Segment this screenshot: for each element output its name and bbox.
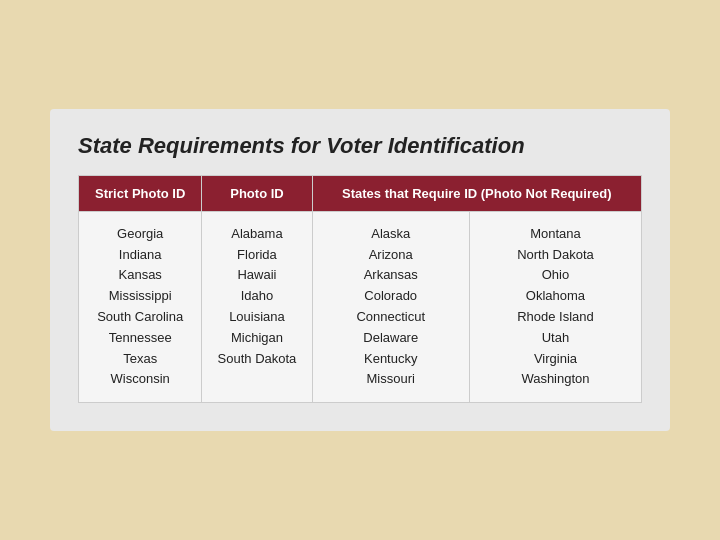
photo-id-list: Alabama Florida Hawaii Idaho Louisiana M… <box>210 224 303 370</box>
list-item: Michigan <box>231 328 283 349</box>
list-item: Rhode Island <box>517 307 594 328</box>
list-item: Texas <box>123 349 157 370</box>
list-item: Alabama <box>231 224 282 245</box>
list-item: Arkansas <box>364 265 418 286</box>
voter-id-table: Strict Photo ID Photo ID States that Req… <box>78 175 642 403</box>
card-title: State Requirements for Voter Identificat… <box>78 133 642 159</box>
list-item: Hawaii <box>237 265 276 286</box>
list-item: Virginia <box>534 349 577 370</box>
strict-photo-id-list: Georgia Indiana Kansas Mississippi South… <box>87 224 193 390</box>
list-item: Washington <box>521 369 589 390</box>
list-item: Arizona <box>369 245 413 266</box>
col-header-non-photo-id: States that Require ID (Photo Not Requir… <box>312 175 641 211</box>
list-item: Connecticut <box>356 307 425 328</box>
col-header-photo-id: Photo ID <box>202 175 312 211</box>
list-item: Colorado <box>364 286 417 307</box>
list-item: South Dakota <box>218 349 297 370</box>
table-row: Georgia Indiana Kansas Mississippi South… <box>79 211 642 402</box>
list-item: Utah <box>542 328 569 349</box>
list-item: Tennessee <box>109 328 172 349</box>
photo-id-cell: Alabama Florida Hawaii Idaho Louisiana M… <box>202 211 312 402</box>
strict-photo-id-cell: Georgia Indiana Kansas Mississippi South… <box>79 211 202 402</box>
list-item: Delaware <box>363 328 418 349</box>
col-header-strict-photo-id: Strict Photo ID <box>79 175 202 211</box>
list-item: Ohio <box>542 265 569 286</box>
list-item: Kentucky <box>364 349 417 370</box>
list-item: Kansas <box>119 265 162 286</box>
voter-id-card: State Requirements for Voter Identificat… <box>50 109 670 431</box>
non-photo-id-list-1: Alaska Arizona Arkansas Colorado Connect… <box>321 224 461 390</box>
list-item: South Carolina <box>97 307 183 328</box>
non-photo-id-cell-2: Montana North Dakota Ohio Oklahoma Rhode… <box>469 211 641 402</box>
list-item: Louisiana <box>229 307 285 328</box>
list-item: Indiana <box>119 245 162 266</box>
list-item: Montana <box>530 224 581 245</box>
list-item: North Dakota <box>517 245 594 266</box>
list-item: Idaho <box>241 286 274 307</box>
list-item: Georgia <box>117 224 163 245</box>
list-item: Mississippi <box>109 286 172 307</box>
non-photo-id-list-2: Montana North Dakota Ohio Oklahoma Rhode… <box>478 224 633 390</box>
list-item: Wisconsin <box>111 369 170 390</box>
list-item: Oklahoma <box>526 286 585 307</box>
non-photo-id-cell-1: Alaska Arizona Arkansas Colorado Connect… <box>312 211 469 402</box>
list-item: Alaska <box>371 224 410 245</box>
list-item: Florida <box>237 245 277 266</box>
list-item: Missouri <box>367 369 415 390</box>
